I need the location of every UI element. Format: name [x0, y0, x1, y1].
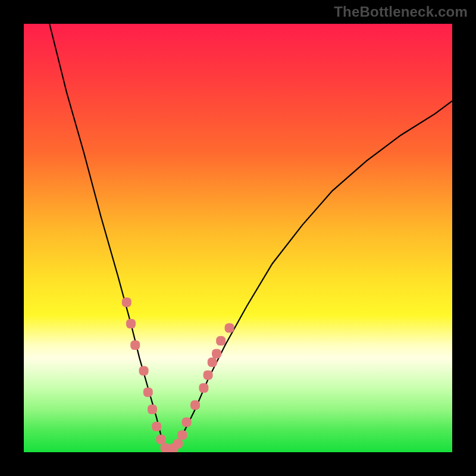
data-marker [212, 349, 221, 358]
data-marker [199, 383, 208, 393]
data-marker [122, 298, 131, 307]
data-marker [203, 370, 213, 380]
marker-group [122, 298, 234, 452]
attribution-text: TheBottleneck.com [334, 4, 468, 20]
data-marker [156, 434, 165, 444]
data-marker [182, 418, 192, 427]
data-marker [148, 405, 157, 414]
data-marker [225, 323, 234, 333]
data-marker [216, 336, 226, 346]
bottleneck-curve [49, 24, 452, 452]
data-marker [139, 366, 149, 375]
data-marker [130, 340, 140, 350]
chart-plot-area [24, 24, 452, 452]
data-marker [173, 439, 183, 449]
chart-svg [24, 24, 452, 452]
chart-frame: TheBottleneck.com [0, 0, 476, 476]
data-marker [152, 422, 161, 431]
data-marker [126, 319, 136, 328]
data-marker [177, 430, 187, 440]
data-marker [190, 400, 200, 410]
data-marker [143, 387, 153, 397]
data-marker [208, 358, 217, 367]
